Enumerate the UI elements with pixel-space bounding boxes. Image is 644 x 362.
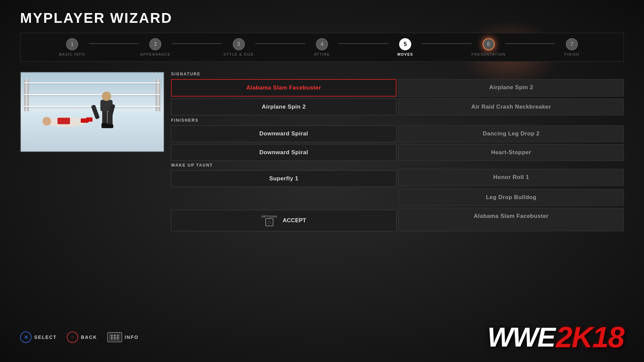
step-5-circle: 5: [399, 38, 411, 50]
finisher-move-right-1-btn[interactable]: Dancing Leg Drop 2: [398, 125, 624, 142]
step-7-circle: 7: [566, 38, 578, 50]
svg-rect-2: [57, 118, 70, 124]
signature-move-right-1-btn[interactable]: Airplane Spin 2: [398, 79, 624, 97]
step-3-label: STYLE & SIZE: [223, 52, 254, 56]
step-3-circle: 3: [233, 38, 245, 50]
step-4-label: ATTIRE: [314, 52, 330, 56]
wakeup-move-right-1-btn[interactable]: Leg Drop Bulldog: [398, 189, 624, 206]
svg-rect-4: [86, 117, 93, 122]
ring-rope-top: [24, 82, 160, 83]
step-4-circle: 4: [316, 38, 328, 50]
preview-container: [20, 72, 164, 152]
step-1-circle: 1: [66, 38, 78, 50]
right-panel: SIGNATURE Alabama Slam Facebuster Airpla…: [171, 72, 624, 231]
step-5[interactable]: 5 MOVES: [364, 38, 447, 56]
step-4[interactable]: 4 ATTIRE: [280, 38, 364, 56]
step-6-circle: 6: [483, 38, 495, 50]
step-7-label: FINISH: [564, 52, 579, 56]
step-2[interactable]: 2 APPEARANCE: [114, 38, 197, 56]
svg-rect-11: [91, 105, 100, 119]
page-title: MyPLAYER WIZARD: [20, 10, 624, 26]
steps-bar: 1 BASIC INFO 2 APPEARANCE 3 STYLE & SIZE…: [20, 33, 624, 62]
step-1-label: BASIC INFO: [59, 52, 85, 56]
finisher-move-right-3-btn[interactable]: Honor Roll 1: [398, 169, 624, 186]
step-6-label: PRESENTATION: [472, 52, 506, 56]
signature-move-1-btn[interactable]: Alabama Slam Facebuster: [171, 79, 396, 97]
signature-move-2-btn[interactable]: Airplane Spin 2: [171, 99, 396, 115]
finisher-move-1-btn[interactable]: Downward Spiral: [171, 125, 396, 142]
main-container: MyPLAYER WIZARD 1 BASIC INFO 2 APPEARANC…: [0, 0, 644, 362]
finisher-move-2-btn[interactable]: Downward Spiral: [171, 144, 396, 161]
step-3[interactable]: 3 STYLE & SIZE: [197, 38, 280, 56]
wrestlers-svg: [34, 89, 142, 133]
step-5-label: MOVES: [397, 52, 413, 56]
signature-label: SIGNATURE: [171, 72, 624, 76]
svg-point-10: [102, 92, 111, 101]
ring-scene: [21, 72, 164, 152]
accept-button[interactable]: OPTIONS □ ACCEPT: [171, 210, 396, 231]
options-icon: □: [265, 218, 273, 226]
step-2-label: APPEARANCE: [140, 52, 170, 56]
wakeup-move-right-2-btn[interactable]: Alabama Slam Facebuster: [398, 208, 624, 231]
step-2-circle: 2: [149, 38, 161, 50]
step-7[interactable]: 7 FINISH: [530, 38, 613, 56]
wakeup-move-1-btn[interactable]: Superfly 1: [171, 170, 396, 187]
finishers-label: FINISHERS: [171, 118, 624, 123]
svg-rect-8: [107, 124, 113, 128]
options-label: OPTIONS: [261, 215, 277, 218]
accept-label: ACCEPT: [283, 217, 306, 224]
step-1[interactable]: 1 BASIC INFO: [31, 38, 114, 56]
content-area: SIGNATURE Alabama Slam Facebuster Airpla…: [20, 72, 624, 231]
wakeup-label: WAKE UP TAUNT: [171, 163, 396, 168]
signature-move-right-2-btn[interactable]: Air Raid Crash Neckbreaker: [398, 99, 624, 115]
svg-point-1: [43, 117, 51, 126]
finisher-move-right-2-btn[interactable]: Heart-Stopper: [398, 144, 624, 161]
step-6[interactable]: 6 PRESENTATION: [447, 38, 530, 56]
